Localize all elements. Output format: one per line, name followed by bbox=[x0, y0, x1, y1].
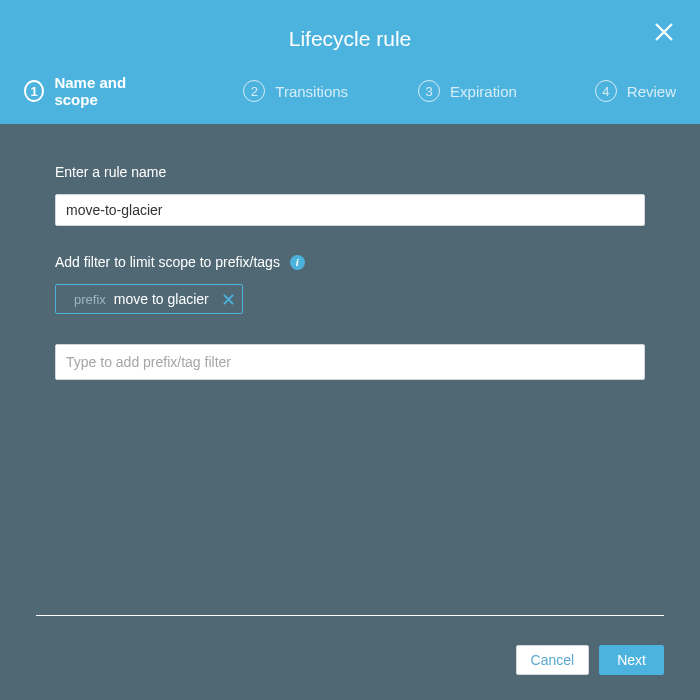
rule-name-label: Enter a rule name bbox=[55, 164, 645, 180]
chip-key: prefix bbox=[74, 292, 106, 307]
step-label: Expiration bbox=[450, 83, 517, 100]
rule-name-input[interactable] bbox=[55, 194, 645, 226]
dialog-content: Enter a rule name Add filter to limit sc… bbox=[0, 124, 700, 380]
step-transitions[interactable]: 2 Transitions bbox=[243, 74, 348, 108]
step-number: 1 bbox=[24, 80, 44, 102]
footer-divider bbox=[36, 615, 664, 616]
dialog-title: Lifecycle rule bbox=[289, 27, 412, 51]
prefix-filter-chip[interactable]: prefix move to glacier bbox=[55, 284, 243, 314]
chip-remove-button[interactable] bbox=[223, 292, 234, 307]
close-icon bbox=[223, 294, 234, 305]
step-expiration[interactable]: 3 Expiration bbox=[418, 74, 517, 108]
filter-scope-label-text: Add filter to limit scope to prefix/tags bbox=[55, 254, 280, 270]
wizard-steps: 1 Name and scope 2 Transitions 3 Expirat… bbox=[24, 56, 676, 124]
header-top: Lifecycle rule bbox=[24, 22, 676, 56]
dialog-footer: Cancel Next bbox=[0, 628, 700, 700]
dialog-header: Lifecycle rule 1 Name and scope 2 Transi… bbox=[0, 0, 700, 124]
step-number: 3 bbox=[418, 80, 440, 102]
filter-chip-row: prefix move to glacier bbox=[55, 284, 645, 314]
step-review[interactable]: 4 Review bbox=[595, 74, 676, 108]
chip-value: move to glacier bbox=[114, 291, 209, 307]
step-label: Review bbox=[627, 83, 676, 100]
filter-scope-label: Add filter to limit scope to prefix/tags… bbox=[55, 254, 645, 270]
close-button[interactable] bbox=[652, 20, 676, 44]
lifecycle-rule-dialog: Lifecycle rule 1 Name and scope 2 Transi… bbox=[0, 0, 700, 700]
step-number: 2 bbox=[243, 80, 265, 102]
step-label: Transitions bbox=[275, 83, 348, 100]
cancel-button[interactable]: Cancel bbox=[516, 645, 590, 675]
step-number: 4 bbox=[595, 80, 617, 102]
step-label: Name and scope bbox=[54, 74, 163, 108]
prefix-tag-filter-input[interactable] bbox=[55, 344, 645, 380]
info-icon[interactable]: i bbox=[290, 255, 305, 270]
next-button[interactable]: Next bbox=[599, 645, 664, 675]
step-name-and-scope[interactable]: 1 Name and scope bbox=[24, 74, 163, 108]
close-icon bbox=[652, 20, 676, 44]
